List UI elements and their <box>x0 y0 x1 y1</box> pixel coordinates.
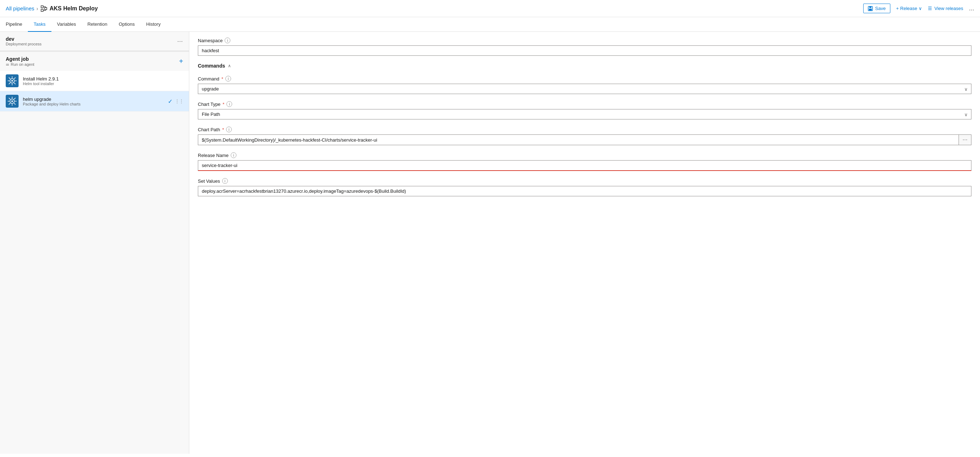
chart-path-browse-button[interactable]: ⋯ <box>959 134 971 145</box>
tab-options[interactable]: Options <box>113 17 140 32</box>
save-label: Save <box>875 6 886 11</box>
helm-task-icon <box>6 74 19 87</box>
svg-rect-2 <box>45 8 47 10</box>
view-releases-label: View releases <box>934 6 963 11</box>
chart-type-select-wrap: File Path Name URL ∨ <box>198 109 971 120</box>
page-title: AKS Helm Deploy <box>49 5 98 12</box>
header: All pipelines › AKS Helm Deploy Save <box>0 0 980 17</box>
commands-collapse-icon[interactable]: ∧ <box>228 63 231 68</box>
save-icon <box>868 6 873 11</box>
svg-point-12 <box>11 80 13 82</box>
agent-job-info: Agent job ⚌ Run on agent <box>6 56 34 67</box>
chart-path-label: Chart Path * i <box>198 126 971 132</box>
release-chevron-icon: ∨ <box>919 6 922 11</box>
task-helm-upgrade-info: helm upgrade Package and deploy Helm cha… <box>23 97 164 106</box>
set-values-info-icon[interactable]: i <box>222 178 228 184</box>
task-item-install-helm[interactable]: Install Helm 2.9.1 Helm tool installer <box>0 71 189 91</box>
add-task-button[interactable]: + <box>179 57 183 66</box>
release-plus-icon: + <box>896 6 899 11</box>
chart-type-required: * <box>223 102 224 107</box>
tab-history[interactable]: History <box>140 17 166 32</box>
save-button[interactable]: Save <box>863 3 890 13</box>
chart-type-field-group: Chart Type * i File Path Name URL ∨ <box>198 101 971 120</box>
more-actions-button[interactable]: ... <box>969 5 974 12</box>
release-name-label: Release Name i <box>198 152 971 158</box>
agent-job: Agent job ⚌ Run on agent + <box>0 52 189 71</box>
release-label: Release <box>900 6 918 11</box>
commands-heading-title: Commands <box>198 63 225 69</box>
tab-retention[interactable]: Retention <box>82 17 113 32</box>
header-actions: Save + Release ∨ ☰ View releases ... <box>863 3 974 13</box>
agent-job-subtitle: ⚌ Run on agent <box>6 62 34 67</box>
release-name-info-icon[interactable]: i <box>231 152 236 158</box>
tab-variables[interactable]: Variables <box>51 17 82 32</box>
svg-rect-1 <box>41 9 43 11</box>
drag-handle-icon[interactable]: ⋮⋮ <box>175 98 183 104</box>
stage-more-button[interactable]: ⋯ <box>177 38 183 45</box>
header-left: All pipelines › AKS Helm Deploy <box>6 5 863 12</box>
left-panel: dev Deployment process ⋯ Agent job ⚌ Run… <box>0 32 189 454</box>
list-icon: ☰ <box>928 6 932 11</box>
namespace-input[interactable] <box>198 45 971 56</box>
release-name-field-group: Release Name i <box>198 152 971 171</box>
chart-path-input-wrap: ⋯ <box>198 134 971 145</box>
chart-type-info-icon[interactable]: i <box>226 101 232 107</box>
svg-rect-0 <box>41 6 43 8</box>
tab-tasks[interactable]: Tasks <box>28 17 51 32</box>
namespace-field-group: Namespace i <box>198 38 971 56</box>
tab-pipeline[interactable]: Pipeline <box>6 17 28 32</box>
chart-type-label: Chart Type * i <box>198 101 971 107</box>
chart-path-info-icon[interactable]: i <box>226 126 232 132</box>
command-select[interactable]: upgrade install delete package init <box>198 84 971 94</box>
set-values-input[interactable] <box>198 186 971 196</box>
task-item-helm-upgrade[interactable]: helm upgrade Package and deploy Helm cha… <box>0 91 189 112</box>
stage-subtitle: Deployment process <box>6 42 41 46</box>
task-helm-upgrade-name: helm upgrade <box>23 97 164 102</box>
breadcrumb-link[interactable]: All pipelines <box>6 5 34 11</box>
namespace-info-icon[interactable]: i <box>224 38 231 43</box>
task-install-helm-info: Install Helm 2.9.1 Helm tool installer <box>23 76 183 86</box>
task-actions: ✓ ⋮⋮ <box>168 98 183 105</box>
task-helm-upgrade-sub: Package and deploy Helm charts <box>23 102 164 106</box>
more-dots-icon: ... <box>969 5 974 12</box>
set-values-field-group: Set Values i <box>198 178 971 196</box>
command-info-icon[interactable]: i <box>225 76 231 81</box>
chart-path-input[interactable] <box>198 134 959 145</box>
release-name-input[interactable] <box>198 160 971 171</box>
commands-section-heading: Commands ∧ <box>198 63 971 70</box>
stage-info: dev Deployment process <box>6 36 41 46</box>
helm-upgrade-task-icon <box>6 95 19 108</box>
view-releases-button[interactable]: ☰ View releases <box>928 6 963 11</box>
nav-tabs: Pipeline Tasks Variables Retention Optio… <box>0 17 980 32</box>
agent-job-title: Agent job <box>6 56 34 62</box>
chart-type-select[interactable]: File Path Name URL <box>198 109 971 120</box>
chart-path-field-group: Chart Path * i ⋯ <box>198 126 971 145</box>
command-select-wrap: upgrade install delete package init ∨ <box>198 84 971 94</box>
task-enabled-icon: ✓ <box>168 98 172 105</box>
svg-rect-9 <box>869 9 872 10</box>
right-panel: Namespace i Commands ∧ Command * i upgra… <box>189 32 980 454</box>
set-values-label: Set Values i <box>198 178 971 184</box>
main-layout: dev Deployment process ⋯ Agent job ⚌ Run… <box>0 32 980 454</box>
task-install-helm-sub: Helm tool installer <box>23 81 183 86</box>
stage-name: dev <box>6 36 41 42</box>
run-on-agent-icon: ⚌ <box>6 62 9 67</box>
release-button[interactable]: + Release ∨ <box>896 6 922 11</box>
stage-header: dev Deployment process ⋯ <box>0 32 189 50</box>
namespace-label: Namespace i <box>198 38 971 43</box>
command-label: Command * i <box>198 76 971 81</box>
chart-path-required: * <box>222 127 224 132</box>
task-install-helm-name: Install Helm 2.9.1 <box>23 76 183 81</box>
svg-rect-8 <box>869 6 872 8</box>
svg-point-23 <box>11 101 13 102</box>
command-field-group: Command * i upgrade install delete packa… <box>198 76 971 94</box>
command-required: * <box>221 76 223 81</box>
pipeline-icon <box>40 5 48 12</box>
breadcrumb-separator: › <box>37 6 38 11</box>
